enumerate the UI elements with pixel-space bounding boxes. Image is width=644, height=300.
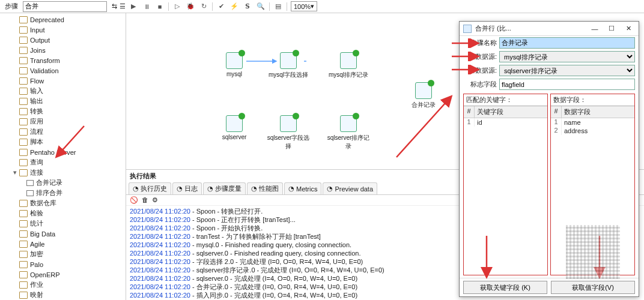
tree-item[interactable]: Pentaho Server [0, 147, 126, 157]
key-fields-table[interactable]: 匹配的关键字： #关键字段 1id [463, 94, 548, 275]
tree-item[interactable]: Flow [0, 76, 126, 86]
zoom-select[interactable]: 100% ▾ [291, 1, 317, 11]
dialog-title: 合并行 (比... [475, 24, 511, 33]
results-tab[interactable]: ◔Preview data [323, 182, 377, 194]
tree-item[interactable]: 脚本 [0, 137, 126, 147]
maximize-button[interactable]: ☐ [605, 25, 618, 32]
table-row[interactable]: 2address [551, 127, 634, 135]
new-source-select[interactable]: sqlserver排序记录 [499, 65, 635, 76]
show-results-icon[interactable]: ▤ [273, 2, 283, 11]
tree-item[interactable]: 查询 [0, 157, 126, 167]
tree-item[interactable]: Agile [0, 239, 126, 249]
debug-icon[interactable]: 🐞 [186, 2, 195, 11]
tree-item[interactable]: Validation [0, 65, 126, 76]
sql-icon[interactable]: 𝗦 [243, 2, 252, 11]
results-tab[interactable]: ◔性能图 [247, 182, 283, 194]
get-key-fields-button[interactable]: 获取关键字段 (K) [463, 281, 547, 294]
explore-icon[interactable]: 🔍 [256, 2, 266, 11]
results-tab[interactable]: ◔步骤度量 [203, 182, 246, 194]
canvas-node[interactable]: mysql排序记录 [324, 52, 372, 79]
qr-watermark [566, 225, 620, 279]
flag-field-label: 标志字段 [463, 80, 497, 89]
stop-icon[interactable]: ■ [155, 2, 165, 11]
tree-item[interactable]: Output [0, 35, 126, 45]
tree-item[interactable]: 映射 [0, 290, 126, 300]
tree-item[interactable]: Big Data [0, 229, 126, 239]
table-row[interactable]: 1id [464, 118, 547, 127]
tree-item[interactable]: 作业 [0, 280, 126, 290]
clear-log-icon[interactable]: 🚫 [130, 196, 138, 204]
results-tab[interactable]: ◔执行历史 [129, 182, 171, 194]
tree-item[interactable]: 输入 [0, 86, 126, 96]
table-row[interactable]: 1name [551, 118, 634, 127]
minimize-button[interactable]: — [588, 25, 601, 32]
canvas-node[interactable]: sqlserver排序记录 [324, 115, 372, 151]
tree-item[interactable]: 输出 [0, 96, 126, 106]
flag-field-input[interactable] [499, 79, 635, 90]
old-source-select[interactable]: mysql排序记录 [499, 51, 635, 62]
step-name-input[interactable] [499, 37, 635, 49]
tree-item[interactable]: 数据仓库 [0, 198, 126, 208]
tree-item[interactable]: Deprecated [0, 14, 126, 25]
steps-label: 步骤 [2, 2, 20, 11]
pause-icon[interactable]: ⏸ [142, 2, 151, 11]
expand-icon[interactable]: ☰ [120, 2, 126, 10]
preview-icon[interactable]: ▷ [172, 2, 182, 11]
tree-item[interactable]: 合并记录 [0, 178, 126, 188]
key-table-title: 匹配的关键字： [464, 94, 547, 106]
canvas-node[interactable]: 合并记录 [399, 82, 448, 109]
tree-item[interactable]: 应用 [0, 116, 126, 127]
delete-icon[interactable]: 🗑 [142, 196, 148, 204]
step-search-input[interactable] [23, 1, 107, 12]
close-button[interactable]: ✕ [622, 25, 635, 32]
get-value-fields-button[interactable]: 获取值字段(V) [551, 281, 635, 294]
tree-item[interactable]: Input [0, 25, 126, 35]
tree-item[interactable]: 统计 [0, 218, 126, 229]
tree-item[interactable]: Transform [0, 55, 126, 65]
tree-item[interactable]: 检验 [0, 208, 126, 218]
tree-item[interactable]: OpenERP [0, 269, 126, 280]
steps-tree[interactable]: DeprecatedInputOutputJoinsTransformValid… [0, 13, 126, 300]
dialog-icon [463, 25, 472, 33]
run-icon[interactable]: ▶ [129, 2, 138, 11]
data-table-title: 数据字段： [551, 94, 634, 106]
canvas-node[interactable]: sqlserver [210, 115, 258, 140]
tree-item[interactable]: 转换 [0, 106, 126, 116]
tree-item[interactable]: 排序合并 [0, 188, 126, 198]
settings-icon[interactable]: ⚙ [152, 196, 158, 204]
old-source-label: 旧数据源: [463, 52, 497, 61]
tree-toggle-icon[interactable]: ⇆ [112, 2, 117, 10]
tree-item[interactable]: Palo [0, 259, 126, 269]
new-source-label: 新数据源: [463, 66, 497, 75]
verify-icon[interactable]: ✔ [216, 2, 226, 11]
impact-icon[interactable]: ⚡ [229, 2, 239, 11]
canvas-node[interactable]: mysql [210, 52, 258, 77]
canvas-node[interactable]: mysql字段选择 [264, 52, 312, 79]
tree-item[interactable]: Joins [0, 45, 126, 55]
canvas-toolbar: ▶ ⏸ ■ ▷ 🐞 ↻ ✔ ⚡ 𝗦 🔍 ▤ 100% ▾ [126, 0, 644, 13]
canvas-node[interactable]: sqlserver字段选择 [264, 115, 312, 151]
tree-item[interactable]: ▾连接 [0, 167, 126, 178]
results-tab[interactable]: ◔日志 [172, 182, 202, 194]
tree-item[interactable]: 加密 [0, 249, 126, 259]
step-name-label: 步骤名称 [463, 38, 497, 47]
replay-icon[interactable]: ↻ [199, 2, 208, 11]
tree-item[interactable]: 流程 [0, 127, 126, 137]
results-tab[interactable]: ◔Metrics [284, 182, 321, 194]
